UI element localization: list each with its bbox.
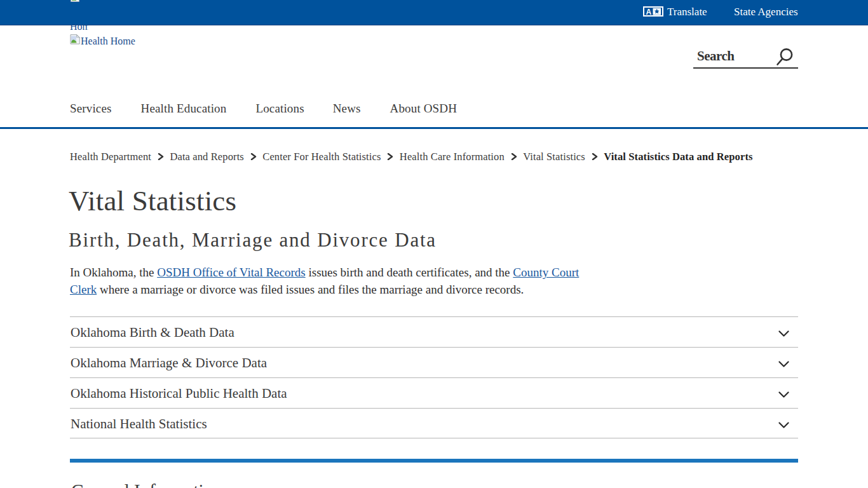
svg-text:A: A bbox=[646, 8, 652, 17]
